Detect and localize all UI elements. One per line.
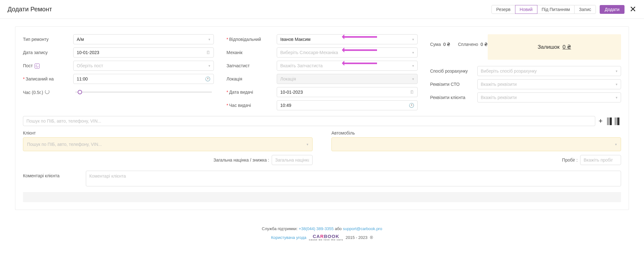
dashboard-icon — [35, 63, 40, 69]
header-actions: Резерв Новий Під Питанням Запис Додати ✕ — [491, 4, 636, 14]
out-time-label: *Час видачі — [226, 103, 274, 108]
agreement-link[interactable]: Користувача угода — [271, 235, 306, 240]
payment-method-select[interactable]: Виберіть спосіб розрахунку ▾ — [477, 66, 621, 76]
req-client-label: Реквізити клієнта — [430, 95, 474, 100]
calendar-icon: 🗓 — [206, 50, 210, 55]
balance-box: Залишок 0 ₴ — [488, 34, 621, 60]
mechanic-label: Механік — [226, 50, 274, 55]
barcode-icon[interactable]: ║▌║▌ — [606, 118, 621, 125]
payment-method-label: Спосіб розрахунку — [430, 69, 474, 74]
repair-type-select[interactable]: А/м ▾ — [73, 34, 214, 44]
sum-label: Сума 0 ₴ — [430, 42, 451, 47]
record-date-value: 10-01-2023 — [77, 50, 99, 55]
chevron-down-icon: ▾ — [208, 37, 210, 41]
out-time-value: 10:49 — [280, 103, 291, 108]
annotation-arrow-icon — [342, 62, 377, 64]
payment-placeholder: Виберіть спосіб розрахунку — [481, 69, 537, 74]
chevron-down-icon: ▾ — [616, 96, 618, 100]
page-footer: Служба підтримки: +38(044) 389-3355 або … — [0, 218, 644, 250]
responsible-value: Іванов Максим — [280, 37, 310, 42]
status-reserve-button[interactable]: Резерв — [491, 5, 515, 14]
car-label: Автомобіль — [331, 130, 621, 135]
annotation-arrow-icon — [342, 49, 377, 51]
markup-input[interactable] — [272, 155, 313, 165]
comment-textarea[interactable] — [86, 171, 621, 186]
location-select: Локація ▾ — [277, 74, 417, 84]
out-time-input[interactable]: 10:49 🕐 — [277, 100, 417, 110]
close-icon[interactable]: ✕ — [630, 4, 636, 14]
req-sto-select[interactable]: Вкажіть реквізити ▾ — [477, 79, 621, 89]
plus-icon[interactable]: + — [598, 117, 602, 125]
footer-strip — [23, 192, 621, 202]
req-client-placeholder: Вкажіть реквізити — [481, 95, 517, 100]
scheduled-value: 11:00 — [77, 76, 88, 81]
scheduled-time-input[interactable]: 11:00 🕐 — [73, 74, 214, 84]
status-question-button[interactable]: Під Питанням — [537, 5, 575, 14]
parts-placeholder: Вкажіть Запчастиста — [280, 63, 323, 68]
mileage-label: Пробіг : — [562, 157, 578, 163]
location-placeholder: Локація — [280, 76, 296, 81]
car-select[interactable]: ▾ — [331, 137, 621, 151]
repair-type-value: А/м — [77, 37, 84, 42]
loading-icon — [45, 90, 49, 94]
mechanic-placeholder: Виберіть Слюсаря-Механіка — [280, 50, 338, 55]
chevron-down-icon: ▾ — [307, 142, 308, 146]
out-date-value: 10-01-2023 — [280, 90, 303, 95]
post-label: Пост — [23, 63, 70, 69]
repair-type-label: Тип ремонту — [23, 37, 70, 42]
chevron-down-icon: ▾ — [208, 64, 210, 68]
logo: CARBOOKcause we love the cars — [309, 234, 343, 241]
paid-label: Сплачено 0 ₴ — [458, 42, 488, 47]
clock-icon: 🕐 — [205, 76, 210, 81]
client-select[interactable]: Пошук по ПІБ, авто, телефону, VIN... ▾ — [23, 137, 313, 151]
client-label: Клієнт — [23, 130, 313, 135]
req-sto-label: Реквізити СТО — [430, 82, 474, 87]
location-label: Локація — [226, 76, 274, 81]
chevron-down-icon: ▾ — [412, 37, 414, 41]
annotation-arrow-icon — [342, 36, 377, 38]
status-new-button[interactable]: Новий — [515, 5, 537, 14]
mileage-input[interactable] — [580, 155, 621, 165]
registered-icon: ® — [370, 235, 373, 240]
calendar-icon: 🗓 — [410, 90, 414, 95]
record-date-label: Дата запису — [23, 50, 70, 55]
responsible-label: *Відповідальний — [226, 37, 274, 42]
record-date-input[interactable]: 10-01-2023 🗓 — [73, 47, 214, 58]
chevron-down-icon: ▾ — [412, 64, 414, 68]
parts-label: Запчастист — [226, 63, 274, 68]
req-sto-placeholder: Вкажіть реквізити — [481, 82, 517, 87]
duration-slider[interactable] — [73, 87, 214, 97]
client-placeholder: Пошук по ПІБ, авто, телефону, VIN... — [27, 142, 102, 147]
comment-label: Коментарі клієнта — [23, 171, 76, 186]
status-record-button[interactable]: Запис — [574, 5, 596, 14]
out-date-input[interactable]: 10-01-2023 🗓 — [277, 87, 417, 97]
post-select[interactable]: Оберіть пост ▾ — [73, 61, 214, 71]
slider-handle[interactable] — [78, 90, 82, 94]
chevron-down-icon: ▾ — [616, 69, 618, 73]
footer-years: 2015 - 2023 — [346, 235, 367, 240]
chevron-down-icon: ▾ — [412, 77, 414, 81]
support-phone-link[interactable]: +38(044) 389-3355 — [299, 226, 334, 231]
post-placeholder: Оберіть пост — [77, 63, 103, 68]
out-date-label: *Дата видачі — [226, 90, 274, 95]
search-input[interactable] — [23, 116, 595, 126]
chevron-down-icon: ▾ — [412, 51, 414, 55]
add-button[interactable]: Додати — [600, 5, 625, 14]
page-title: Додати Ремонт — [8, 6, 52, 13]
chevron-down-icon: ▾ — [615, 142, 617, 146]
scheduled-label: *Записаний на — [23, 76, 70, 81]
clock-icon: 🕐 — [409, 103, 414, 108]
duration-label: Час (0.5г.) — [23, 90, 70, 95]
req-client-select[interactable]: Вкажіть реквізити ▾ — [477, 92, 621, 102]
support-email-link[interactable]: support@carbook.pro — [343, 226, 382, 231]
chevron-down-icon: ▾ — [616, 82, 618, 86]
markup-label: Загальна націнка / знижка : — [214, 157, 269, 163]
